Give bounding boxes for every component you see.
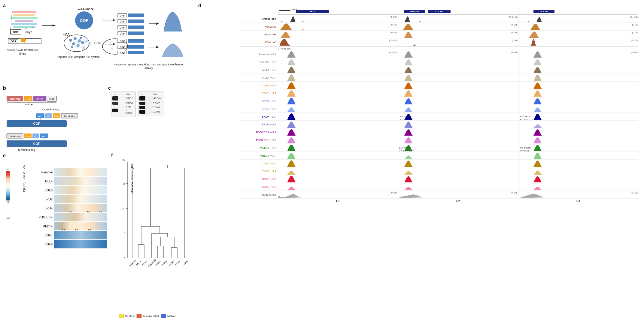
f-legend: No effect Selective effect All down (119, 314, 176, 318)
figure-container: a ORF polyA + (0, 0, 644, 330)
svg-text:ORF: ORF (11, 40, 17, 43)
svg-rect-104 (54, 213, 107, 221)
track-parental-plus: Parental +IAA (239, 58, 638, 66)
svg-text:P2A: P2A (26, 98, 31, 100)
e-y-axis-label: log₂(FC) +IAA vs –IAA (23, 154, 26, 202)
svg-rect-57 (128, 39, 144, 43)
track-cdk7-minus: CDK7 –IAA (239, 160, 638, 167)
svg-text:Stop: Stop (49, 98, 55, 100)
track-h3k27ac: H3K27ac (0–92) (0–28) (0–8) (239, 23, 638, 31)
svg-text:ORF: ORF (120, 46, 125, 49)
track-h3k4me3: H3K4me3 (0–133) (0–6) (0–70) (239, 38, 638, 46)
svg-text:P300/CBP: P300/CBP (147, 258, 157, 268)
svg-text:Actin B: Actin B (24, 103, 33, 105)
svg-marker-16 (53, 24, 56, 27)
sequence-caption: Sequence reporter transcripts, map and q… (111, 63, 186, 70)
svg-text:ORF: ORF (120, 32, 125, 35)
svg-text:5: 5 (124, 232, 126, 235)
heatmap-p300cbp: P300/CBP (30, 213, 107, 221)
svg-text:10: 10 (123, 207, 125, 210)
panel-b-label: b (3, 86, 6, 91)
svg-rect-106 (54, 231, 107, 239)
library-diagram: ORF polyA + (9, 9, 39, 36)
svg-text:ORF: ORF (120, 52, 125, 54)
svg-text:Parental: Parental (129, 259, 137, 267)
svg-text:AID: AID (42, 135, 46, 138)
heatmap-cdk7: CDK7 (30, 231, 107, 239)
svg-text:ORF: ORF (120, 14, 125, 17)
genomic-tracks: 10 kb EHD1 RHBDD1 COL4A4 (239, 8, 638, 318)
panel-b: b mCherry P2A OsTir1 Stop Actin B C-term… (3, 86, 108, 152)
svg-rect-100 (54, 177, 107, 185)
svg-rect-46 (128, 20, 144, 23)
track-brd2-plus: BRD2 +IAA (239, 105, 638, 113)
track-brd2-minus: BRD2 –IAA (239, 97, 638, 105)
orf-lanes-bottom: ORF ORF ORF (117, 38, 147, 55)
svg-text:0: 0 (124, 257, 126, 260)
svg-text:ORF: ORF (120, 26, 125, 29)
svg-text:BRD4: BRD4 (161, 260, 168, 266)
track-cdk7-plus: CDK7 +IAA (239, 167, 638, 175)
heatmap-cdk8: CDK8 (30, 186, 107, 194)
track-cdk8-plus: CDK8 +IAA (239, 89, 638, 97)
heatmap-med14: MED14 (30, 222, 107, 230)
track-p300cbp-plus: P300/CBP +IAA (239, 136, 638, 144)
track-mll4-plus: MLL4 +IAA (239, 74, 638, 82)
svg-text:CDK8: CDK8 (142, 260, 148, 266)
svg-text:OsTir1: OsTir1 (36, 98, 44, 100)
svg-marker-38 (113, 19, 116, 21)
svg-text:AID: AID (38, 115, 42, 118)
svg-point-36 (111, 48, 113, 50)
heatmap-brd2: BRD2 (30, 195, 107, 203)
svg-line-9 (11, 12, 12, 29)
svg-rect-43 (128, 14, 144, 17)
svg-text:CDK9: CDK9 (182, 260, 189, 266)
track-brd4-minus: BRD4 –IAA (239, 113, 638, 121)
svg-marker-28 (75, 44, 79, 49)
heatmap-grid: Parental (30, 168, 107, 249)
panel-e-label: e (3, 153, 6, 158)
color-scale: ≥3 0 ≤–3 (6, 168, 10, 220)
dendrogram: 0 5 10 15 20 (119, 159, 194, 297)
svg-rect-63 (128, 51, 144, 54)
track-med14-minus: MED14 –IAA (239, 144, 638, 152)
heatmap-mll4: MLL4 (30, 177, 107, 185)
track-h3k4me1: H3K4me1 (0–19) (0–10) (0–6) (239, 31, 638, 38)
tir1-construct: mCherry P2A OsTir1 Stop Actin B (6, 92, 102, 106)
svg-text:P2A: P2A (25, 135, 30, 138)
track-dnaseseq: DNase-seq (0–5.5) (0–11.5) (0–1.5) (239, 15, 638, 23)
track-cdk8-minus: CDK8 –IAA (239, 82, 638, 89)
panel-a: a ORF polyA + (3, 3, 189, 84)
svg-marker-29 (87, 41, 92, 46)
orf-plasmid: ORF (8, 36, 44, 47)
svg-text:MED14: MED14 (168, 260, 175, 267)
track-p300cbp-minus: P300/CBP –IAA (239, 128, 638, 136)
svg-marker-26 (77, 40, 81, 44)
panel-f: f Manhattan distance (10³) 0 5 10 15 20 (111, 153, 195, 321)
distribution-bottom (161, 38, 185, 62)
svg-rect-52 (128, 32, 144, 35)
svg-rect-60 (128, 45, 144, 49)
svg-text:COF: COF (33, 122, 40, 125)
svg-text:P2A: P2A (54, 115, 59, 118)
panel-c-label: c (108, 86, 111, 91)
track-mll4-minus: MLL4 –IAA (239, 66, 638, 74)
track-cdk9-minus: CDK9 –IAA (239, 175, 638, 183)
svg-marker-54 (156, 22, 159, 25)
svg-text:Blasticidin: Blasticidin (64, 115, 75, 118)
svg-text:20: 20 (123, 159, 125, 161)
panel-c: c – + IAA BRD2 BRD (108, 86, 186, 152)
svg-marker-30 (81, 46, 86, 50)
track-cdk9-plus: CDK9 +IAA (239, 183, 638, 191)
svg-rect-101 (54, 186, 107, 194)
svg-text:CDK7: CDK7 (175, 260, 181, 266)
svg-text:ORF: ORF (120, 20, 125, 23)
svg-marker-65 (156, 46, 159, 48)
track-parental-minus: Parental –IAA (0–133) (0–36) (0–40) (239, 50, 638, 58)
svg-marker-40 (113, 43, 116, 45)
track-brd4-plus: BRD4 +IAA No change P = 0.98 8.4× down P… (239, 121, 638, 128)
track-med14-plus: MED14 +IAA 1.7× down P = 9.9 × 10⁻³ No c… (239, 152, 638, 160)
svg-text:polyA: polyA (26, 31, 32, 34)
panel-d-label: d (198, 3, 201, 8)
panel-e: e log₂(FC) +IAA vs –IAA ≥3 0 ≤–3 Parenta… (3, 153, 108, 321)
